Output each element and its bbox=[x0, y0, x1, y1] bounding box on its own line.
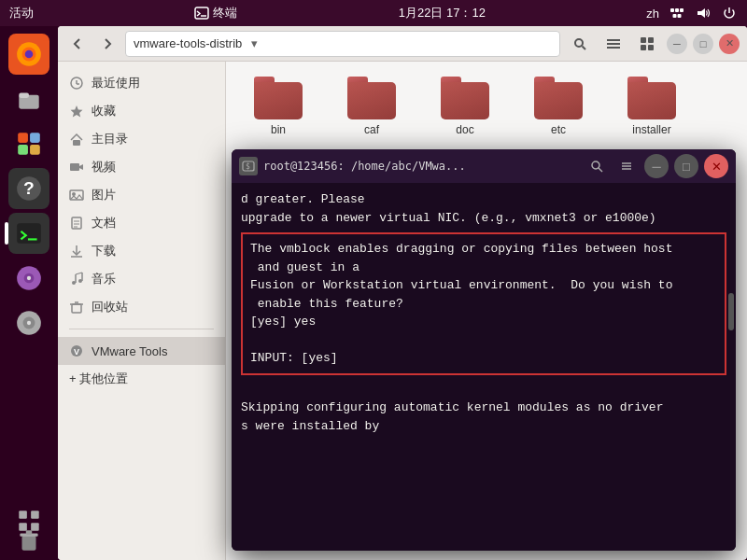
folder-icon-doc bbox=[441, 77, 489, 119]
sidebar-icon-files[interactable] bbox=[8, 78, 49, 119]
grid-icon bbox=[15, 507, 43, 535]
fm-sidebar-documents[interactable]: 文档 bbox=[58, 209, 225, 237]
fm-view-toggle-button[interactable] bbox=[633, 31, 661, 57]
sound-icon[interactable] bbox=[695, 5, 712, 21]
svg-text:?: ? bbox=[23, 178, 35, 198]
term-scrollbar-thumb[interactable] bbox=[728, 293, 734, 330]
music-sidebar-icon bbox=[69, 272, 84, 287]
folder-icon-bin bbox=[254, 77, 303, 119]
fm-music-label: 音乐 bbox=[92, 271, 116, 287]
fm-sidebar-bookmarks[interactable]: 收藏 bbox=[58, 97, 225, 125]
topbar-datetime: 1月22日 17：12 bbox=[399, 5, 486, 21]
sidebar-icon-grid[interactable] bbox=[8, 500, 49, 541]
video-icon bbox=[69, 160, 84, 175]
sidebar-icon-firefox[interactable] bbox=[8, 34, 49, 75]
topbar-terminal[interactable]: 终端 bbox=[194, 5, 237, 21]
sidebar-icon-appstore[interactable] bbox=[8, 123, 49, 164]
fm-sidebar-trash[interactable]: 回收站 bbox=[58, 293, 225, 321]
term-scrollbar[interactable] bbox=[726, 183, 734, 551]
term-menu-button[interactable] bbox=[614, 154, 639, 178]
topbar-right: zh bbox=[646, 5, 738, 21]
term-body[interactable]: d greater. Please upgrade to a newer vir… bbox=[232, 183, 736, 551]
fm-folder-caf-label: caf bbox=[364, 123, 379, 136]
svg-rect-63 bbox=[72, 304, 81, 313]
term-hl-line-0: The vmblock enables dragging or copying … bbox=[250, 240, 717, 259]
term-title-text: root@123456: /home/abc/VMwa... bbox=[263, 160, 579, 173]
fm-maximize-button[interactable]: □ bbox=[693, 34, 713, 54]
fm-sidebar-vmware[interactable]: V VMware Tools bbox=[58, 337, 225, 365]
svg-rect-13 bbox=[18, 133, 28, 143]
sidebar-icon-cd[interactable] bbox=[8, 302, 49, 343]
svg-line-71 bbox=[599, 168, 602, 172]
svg-rect-30 bbox=[19, 511, 27, 519]
folder-icon-caf bbox=[347, 77, 396, 119]
svg-rect-33 bbox=[31, 523, 39, 531]
fm-sidebar-recent[interactable]: 最近使用 bbox=[58, 69, 225, 97]
fm-sidebar-home[interactable]: 主目录 bbox=[58, 125, 225, 153]
fm-other-label: + 其他位置 bbox=[69, 371, 128, 387]
appstore-icon bbox=[15, 130, 43, 158]
svg-rect-3 bbox=[675, 8, 679, 12]
fm-trash-label: 回收站 bbox=[92, 299, 128, 315]
fm-folder-caf[interactable]: caf bbox=[334, 77, 409, 136]
fm-minimize-button[interactable]: ─ bbox=[667, 34, 687, 54]
fm-downloads-label: 下载 bbox=[92, 243, 116, 259]
term-minimize-button[interactable]: ─ bbox=[644, 154, 669, 178]
fm-images-label: 图片 bbox=[92, 187, 116, 203]
svg-rect-14 bbox=[30, 133, 40, 143]
svg-marker-46 bbox=[71, 105, 83, 118]
svg-point-34 bbox=[575, 39, 583, 47]
term-highlighted-block: The vmblock enables dragging or copying … bbox=[241, 232, 726, 375]
fm-sidebar-images[interactable]: 图片 bbox=[58, 181, 225, 209]
fm-folder-installer-label: installer bbox=[632, 123, 670, 136]
topbar-center: 终端 bbox=[194, 5, 237, 21]
fm-folder-installer[interactable]: installer bbox=[614, 77, 689, 136]
svg-rect-39 bbox=[641, 37, 646, 43]
music-icon bbox=[15, 264, 43, 292]
sidebar: ? bbox=[0, 26, 58, 560]
fm-sidebar-other[interactable]: + 其他位置 bbox=[58, 365, 225, 393]
power-icon[interactable] bbox=[721, 5, 738, 21]
svg-rect-16 bbox=[30, 145, 40, 155]
svg-text:$_: $_ bbox=[246, 162, 255, 171]
fm-folder-bin[interactable]: bin bbox=[241, 77, 316, 136]
vmware-icon: V bbox=[69, 343, 84, 358]
files-icon bbox=[15, 85, 43, 113]
topbar-terminal-label: 终端 bbox=[213, 5, 237, 21]
fm-folder-doc-label: doc bbox=[456, 123, 473, 136]
fm-sidebar-music[interactable]: 音乐 bbox=[58, 265, 225, 293]
fm-folder-etc[interactable]: etc bbox=[521, 77, 596, 136]
fm-folder-doc[interactable]: doc bbox=[428, 77, 502, 136]
network-icon[interactable] bbox=[669, 5, 685, 21]
fm-videos-label: 视频 bbox=[92, 159, 116, 175]
sidebar-icon-music[interactable] bbox=[8, 258, 49, 299]
fm-address-bar[interactable]: vmware-tools-distrib ▾ bbox=[125, 31, 560, 57]
svg-rect-47 bbox=[73, 140, 80, 146]
term-search-button[interactable] bbox=[585, 154, 609, 178]
term-hl-line-2: Fusion or Workstation virtual environmen… bbox=[250, 276, 717, 295]
fm-folder-etc-label: etc bbox=[551, 123, 566, 136]
fm-forward-button[interactable] bbox=[95, 32, 120, 56]
term-close-button[interactable]: ✕ bbox=[704, 154, 728, 178]
term-title-icon: $_ bbox=[239, 157, 258, 175]
fm-close-button[interactable]: ✕ bbox=[719, 34, 740, 54]
cdrom-icon bbox=[15, 309, 43, 337]
fm-sidebar-videos[interactable]: 视频 bbox=[58, 153, 225, 181]
svg-point-23 bbox=[27, 276, 31, 280]
activities-label[interactable]: 活动 bbox=[9, 5, 34, 21]
sidebar-icon-help[interactable]: ? bbox=[8, 168, 49, 209]
terminal-icon bbox=[194, 6, 209, 21]
datetime-label: 1月22日 17：12 bbox=[399, 5, 486, 21]
fm-address-text: vmware-tools-distrib bbox=[134, 36, 242, 50]
download-icon bbox=[69, 244, 84, 259]
svg-marker-49 bbox=[79, 164, 83, 170]
fm-sidebar-downloads[interactable]: 下载 bbox=[58, 237, 225, 265]
svg-rect-36 bbox=[607, 39, 620, 41]
fm-vmware-label: VMware Tools bbox=[92, 344, 167, 358]
sidebar-icon-terminal[interactable] bbox=[8, 213, 49, 254]
term-maximize-button[interactable]: □ bbox=[674, 154, 698, 178]
fm-search-button[interactable] bbox=[566, 31, 594, 57]
fm-address-dropdown[interactable]: ▾ bbox=[246, 35, 262, 52]
fm-back-button[interactable] bbox=[65, 32, 90, 56]
fm-view-button[interactable] bbox=[599, 31, 627, 57]
